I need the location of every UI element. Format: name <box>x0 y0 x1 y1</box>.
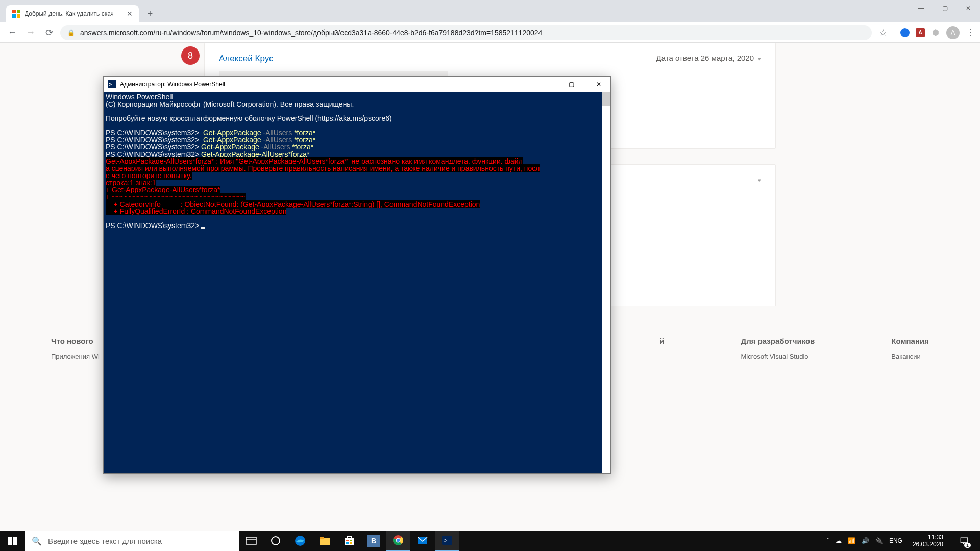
footer-heading: й <box>659 337 664 345</box>
notification-badge: 1 <box>964 543 971 548</box>
back-button[interactable]: ← <box>5 26 19 40</box>
page-content: 8 Алексей Крус Дата ответа 26 марта, 202… <box>0 43 980 551</box>
clock[interactable]: 11:33 26.03.2020 <box>909 534 947 548</box>
footer-heading: Компания <box>891 337 929 345</box>
tab-title: Добрый день. Как удалить скач <box>24 10 122 17</box>
svg-text:>_: >_ <box>444 537 451 543</box>
svg-text:B: B <box>371 537 376 545</box>
forward-button[interactable]: → <box>23 26 38 40</box>
svg-rect-25 <box>961 538 968 543</box>
author-avatar[interactable]: 8 <box>181 46 200 65</box>
tray-chevron-icon[interactable]: ˄ <box>826 537 829 544</box>
footer-link[interactable]: Вакансии <box>891 353 929 360</box>
svg-point-6 <box>272 537 280 545</box>
scrollbar-thumb[interactable] <box>602 92 610 106</box>
footer-heading: Что нового <box>51 337 100 345</box>
window-minimize[interactable]: ― <box>910 0 933 16</box>
action-center-icon[interactable]: 1 <box>953 531 975 551</box>
profile-avatar[interactable]: A <box>946 26 960 39</box>
extension-icons: A ⬢ A ⋮ <box>900 26 975 39</box>
ps-close[interactable]: ✕ <box>587 77 610 92</box>
search-placeholder: Введите здесь текст для поиска <box>48 537 162 545</box>
chrome-menu-icon[interactable]: ⋮ <box>966 28 975 37</box>
powershell-icon: >_ <box>108 80 116 88</box>
svg-rect-14 <box>350 542 352 544</box>
onedrive-icon[interactable]: ☁ <box>836 537 842 544</box>
language-indicator[interactable]: ENG <box>889 537 902 544</box>
address-bar: ← → ⟳ 🔒 answers.microsoft.com/ru-ru/wind… <box>0 22 980 43</box>
scrollbar[interactable] <box>602 92 610 473</box>
console-output: Windows PowerShell (C) Корпорация Майкро… <box>104 92 610 231</box>
powershell-titlebar[interactable]: >_ Администратор: Windows PowerShell ― ▢… <box>104 77 610 92</box>
footer-link[interactable]: Приложения Wi <box>51 353 100 360</box>
post-date[interactable]: ▾ <box>754 175 761 184</box>
powershell-taskbar-icon[interactable]: >_ <box>435 531 459 551</box>
store-icon[interactable] <box>337 531 361 551</box>
footer-link[interactable]: Microsoft Visual Studio <box>741 353 815 360</box>
battery-icon[interactable]: 🔌 <box>875 537 883 544</box>
star-icon[interactable]: ☆ <box>876 26 890 40</box>
svg-rect-12 <box>350 540 352 541</box>
microsoft-logo-icon <box>12 10 20 18</box>
url-text: answers.microsoft.com/ru-ru/windows/foru… <box>80 29 542 37</box>
window-maximize[interactable]: ▢ <box>933 0 957 16</box>
mail-icon[interactable] <box>410 531 435 551</box>
chevron-down-icon: ▾ <box>758 177 761 183</box>
taskbar: 🔍 Введите здесь текст для поиска B >_ ˄ … <box>0 531 980 551</box>
omnibox[interactable]: 🔒 answers.microsoft.com/ru-ru/windows/fo… <box>60 25 872 40</box>
edge-icon[interactable] <box>288 531 312 551</box>
svg-rect-1 <box>13 537 17 541</box>
adobe-pdf-icon[interactable]: A <box>916 28 925 37</box>
powershell-window[interactable]: >_ Администратор: Windows PowerShell ― ▢… <box>103 76 611 474</box>
svg-rect-13 <box>346 542 349 544</box>
lock-icon: 🔒 <box>67 29 75 36</box>
powershell-body[interactable]: Windows PowerShell (C) Корпорация Майкро… <box>104 92 610 473</box>
powershell-title-text: Администратор: Windows PowerShell <box>120 81 225 88</box>
svg-rect-4 <box>246 537 256 544</box>
svg-rect-11 <box>346 540 349 541</box>
volume-icon[interactable]: 🔊 <box>862 537 869 544</box>
taskbar-search[interactable]: 🔍 Введите здесь текст для поиска <box>24 531 239 551</box>
system-tray: ˄ ☁ 📶 🔊 🔌 ENG 11:33 26.03.2020 1 <box>821 531 980 551</box>
search-icon: 🔍 <box>32 536 42 546</box>
new-tab-button[interactable]: + <box>143 7 157 21</box>
svg-rect-8 <box>320 538 330 545</box>
svg-rect-9 <box>320 537 324 539</box>
network-icon[interactable]: 📶 <box>848 537 855 544</box>
author-link[interactable]: Алексей Крус <box>219 54 274 64</box>
svg-rect-0 <box>8 537 12 541</box>
post-date[interactable]: Дата ответа 26 марта, 2020▾ <box>656 54 761 62</box>
file-explorer-icon[interactable] <box>312 531 337 551</box>
close-tab-icon[interactable]: ✕ <box>127 10 133 18</box>
shield-icon[interactable]: ⬢ <box>931 28 940 37</box>
browser-tab[interactable]: Добрый день. Как удалить скач ✕ <box>6 5 139 22</box>
window-close[interactable]: ✕ <box>957 0 980 16</box>
vk-icon[interactable]: B <box>361 531 386 551</box>
svg-rect-3 <box>13 541 17 545</box>
svg-rect-2 <box>8 541 12 545</box>
svg-rect-10 <box>345 538 354 545</box>
chevron-down-icon: ▾ <box>758 56 761 62</box>
svg-point-21 <box>397 539 400 542</box>
ps-maximize[interactable]: ▢ <box>559 77 583 92</box>
ublock-icon[interactable] <box>900 28 910 37</box>
ps-minimize[interactable]: ― <box>532 77 555 92</box>
chrome-icon[interactable] <box>386 531 410 551</box>
task-view-button[interactable] <box>239 531 263 551</box>
footer-heading: Для разработчиков <box>741 337 815 345</box>
tab-strip: Добрый день. Как удалить скач ✕ + <box>0 0 980 22</box>
reload-button[interactable]: ⟳ <box>42 26 56 40</box>
cursor <box>201 227 205 229</box>
start-button[interactable] <box>0 531 24 551</box>
cortana-button[interactable] <box>263 531 288 551</box>
